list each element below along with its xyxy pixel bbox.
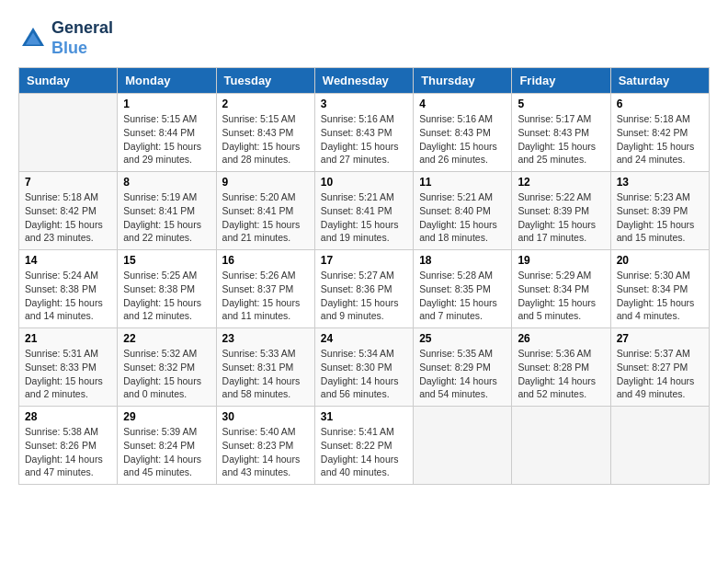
calendar-day-cell: 20Sunrise: 5:30 AMSunset: 8:34 PMDayligh… bbox=[610, 250, 709, 328]
day-of-week-header: Wednesday bbox=[314, 68, 413, 94]
calendar-day-cell: 16Sunrise: 5:26 AMSunset: 8:37 PMDayligh… bbox=[216, 250, 314, 328]
calendar-table: SundayMondayTuesdayWednesdayThursdayFrid… bbox=[18, 67, 710, 485]
calendar-day-cell: 23Sunrise: 5:33 AMSunset: 8:31 PMDayligh… bbox=[216, 328, 314, 407]
calendar-day-cell: 25Sunrise: 5:35 AMSunset: 8:29 PMDayligh… bbox=[414, 328, 512, 407]
day-info: Sunrise: 5:34 AMSunset: 8:30 PMDaylight:… bbox=[321, 347, 407, 401]
day-number: 15 bbox=[123, 254, 210, 267]
day-number: 25 bbox=[419, 332, 506, 345]
day-info: Sunrise: 5:28 AMSunset: 8:35 PMDaylight:… bbox=[419, 269, 506, 323]
calendar-day-cell bbox=[512, 407, 610, 485]
calendar-week-row: 21Sunrise: 5:31 AMSunset: 8:33 PMDayligh… bbox=[19, 328, 710, 407]
calendar-day-cell: 12Sunrise: 5:22 AMSunset: 8:39 PMDayligh… bbox=[512, 172, 610, 250]
day-info: Sunrise: 5:23 AMSunset: 8:39 PMDaylight:… bbox=[617, 190, 703, 245]
day-number: 14 bbox=[25, 254, 111, 267]
day-number: 1 bbox=[123, 98, 210, 110]
day-info: Sunrise: 5:21 AMSunset: 8:40 PMDaylight:… bbox=[419, 190, 506, 245]
day-of-week-header: Thursday bbox=[414, 68, 512, 94]
day-info: Sunrise: 5:32 AMSunset: 8:32 PMDaylight:… bbox=[123, 347, 210, 401]
day-info: Sunrise: 5:29 AMSunset: 8:34 PMDaylight:… bbox=[518, 269, 604, 323]
calendar-day-cell: 22Sunrise: 5:32 AMSunset: 8:32 PMDayligh… bbox=[118, 328, 216, 407]
logo-icon bbox=[18, 24, 48, 53]
day-info: Sunrise: 5:36 AMSunset: 8:28 PMDaylight:… bbox=[518, 347, 604, 401]
day-number: 11 bbox=[419, 176, 506, 189]
calendar-day-cell: 11Sunrise: 5:21 AMSunset: 8:40 PMDayligh… bbox=[414, 172, 512, 250]
calendar-week-row: 1Sunrise: 5:15 AMSunset: 8:44 PMDaylight… bbox=[19, 94, 710, 172]
calendar-day-cell: 2Sunrise: 5:15 AMSunset: 8:43 PMDaylight… bbox=[216, 94, 314, 172]
calendar-day-cell: 9Sunrise: 5:20 AMSunset: 8:41 PMDaylight… bbox=[216, 172, 314, 250]
day-info: Sunrise: 5:37 AMSunset: 8:27 PMDaylight:… bbox=[617, 347, 703, 401]
day-info: Sunrise: 5:16 AMSunset: 8:43 PMDaylight:… bbox=[419, 112, 506, 167]
day-info: Sunrise: 5:35 AMSunset: 8:29 PMDaylight:… bbox=[419, 347, 506, 401]
day-of-week-header: Monday bbox=[118, 68, 216, 94]
day-info: Sunrise: 5:19 AMSunset: 8:41 PMDaylight:… bbox=[123, 190, 210, 245]
calendar-day-cell bbox=[19, 94, 118, 172]
day-info: Sunrise: 5:15 AMSunset: 8:44 PMDaylight:… bbox=[123, 112, 210, 167]
calendar-day-cell: 21Sunrise: 5:31 AMSunset: 8:33 PMDayligh… bbox=[19, 328, 118, 407]
day-info: Sunrise: 5:24 AMSunset: 8:38 PMDaylight:… bbox=[25, 269, 111, 323]
calendar-day-cell bbox=[414, 407, 512, 485]
calendar-day-cell: 4Sunrise: 5:16 AMSunset: 8:43 PMDaylight… bbox=[414, 94, 512, 172]
calendar-day-cell: 29Sunrise: 5:39 AMSunset: 8:24 PMDayligh… bbox=[118, 407, 216, 485]
calendar-day-cell: 28Sunrise: 5:38 AMSunset: 8:26 PMDayligh… bbox=[19, 407, 118, 485]
calendar-day-cell: 6Sunrise: 5:18 AMSunset: 8:42 PMDaylight… bbox=[610, 94, 709, 172]
logo-text: General Blue bbox=[51, 18, 113, 58]
day-number: 6 bbox=[617, 98, 703, 110]
day-info: Sunrise: 5:40 AMSunset: 8:23 PMDaylight:… bbox=[222, 425, 309, 479]
calendar-header-row: SundayMondayTuesdayWednesdayThursdayFrid… bbox=[19, 68, 710, 94]
day-number: 3 bbox=[321, 98, 407, 110]
day-info: Sunrise: 5:27 AMSunset: 8:36 PMDaylight:… bbox=[321, 269, 407, 323]
day-number: 12 bbox=[518, 176, 604, 189]
day-info: Sunrise: 5:15 AMSunset: 8:43 PMDaylight:… bbox=[222, 112, 309, 167]
day-info: Sunrise: 5:25 AMSunset: 8:38 PMDaylight:… bbox=[123, 269, 210, 323]
day-info: Sunrise: 5:39 AMSunset: 8:24 PMDaylight:… bbox=[123, 425, 210, 479]
day-number: 31 bbox=[321, 410, 407, 423]
calendar-day-cell: 30Sunrise: 5:40 AMSunset: 8:23 PMDayligh… bbox=[216, 407, 314, 485]
day-info: Sunrise: 5:16 AMSunset: 8:43 PMDaylight:… bbox=[321, 112, 407, 167]
calendar-day-cell: 3Sunrise: 5:16 AMSunset: 8:43 PMDaylight… bbox=[314, 94, 413, 172]
day-number: 13 bbox=[617, 176, 703, 189]
day-of-week-header: Friday bbox=[512, 68, 610, 94]
calendar-day-cell bbox=[610, 407, 709, 485]
day-info: Sunrise: 5:18 AMSunset: 8:42 PMDaylight:… bbox=[25, 190, 111, 245]
day-info: Sunrise: 5:22 AMSunset: 8:39 PMDaylight:… bbox=[518, 190, 604, 245]
day-number: 7 bbox=[25, 176, 111, 189]
calendar-day-cell: 15Sunrise: 5:25 AMSunset: 8:38 PMDayligh… bbox=[118, 250, 216, 328]
day-info: Sunrise: 5:30 AMSunset: 8:34 PMDaylight:… bbox=[617, 269, 703, 323]
day-number: 2 bbox=[222, 98, 309, 110]
calendar-day-cell: 13Sunrise: 5:23 AMSunset: 8:39 PMDayligh… bbox=[610, 172, 709, 250]
calendar-day-cell: 18Sunrise: 5:28 AMSunset: 8:35 PMDayligh… bbox=[414, 250, 512, 328]
day-number: 29 bbox=[123, 410, 210, 423]
day-info: Sunrise: 5:17 AMSunset: 8:43 PMDaylight:… bbox=[518, 112, 604, 167]
day-info: Sunrise: 5:21 AMSunset: 8:41 PMDaylight:… bbox=[321, 190, 407, 245]
day-of-week-header: Sunday bbox=[19, 68, 118, 94]
calendar-header: SundayMondayTuesdayWednesdayThursdayFrid… bbox=[19, 68, 710, 94]
calendar-day-cell: 1Sunrise: 5:15 AMSunset: 8:44 PMDaylight… bbox=[118, 94, 216, 172]
day-number: 4 bbox=[419, 98, 506, 110]
day-number: 23 bbox=[222, 332, 309, 345]
calendar-day-cell: 26Sunrise: 5:36 AMSunset: 8:28 PMDayligh… bbox=[512, 328, 610, 407]
calendar-week-row: 28Sunrise: 5:38 AMSunset: 8:26 PMDayligh… bbox=[19, 407, 710, 485]
calendar-day-cell: 10Sunrise: 5:21 AMSunset: 8:41 PMDayligh… bbox=[314, 172, 413, 250]
day-number: 22 bbox=[123, 332, 210, 345]
day-number: 18 bbox=[419, 254, 506, 267]
calendar-day-cell: 7Sunrise: 5:18 AMSunset: 8:42 PMDaylight… bbox=[19, 172, 118, 250]
day-number: 28 bbox=[25, 410, 111, 423]
calendar-week-row: 7Sunrise: 5:18 AMSunset: 8:42 PMDaylight… bbox=[19, 172, 710, 250]
day-number: 26 bbox=[518, 332, 604, 345]
day-info: Sunrise: 5:20 AMSunset: 8:41 PMDaylight:… bbox=[222, 190, 309, 245]
day-number: 30 bbox=[222, 410, 309, 423]
day-info: Sunrise: 5:26 AMSunset: 8:37 PMDaylight:… bbox=[222, 269, 309, 323]
calendar-day-cell: 19Sunrise: 5:29 AMSunset: 8:34 PMDayligh… bbox=[512, 250, 610, 328]
calendar-day-cell: 5Sunrise: 5:17 AMSunset: 8:43 PMDaylight… bbox=[512, 94, 610, 172]
logo: General Blue bbox=[18, 18, 113, 58]
day-number: 5 bbox=[518, 98, 604, 110]
page-header: General Blue bbox=[18, 18, 710, 58]
day-info: Sunrise: 5:41 AMSunset: 8:22 PMDaylight:… bbox=[321, 425, 407, 479]
calendar-day-cell: 17Sunrise: 5:27 AMSunset: 8:36 PMDayligh… bbox=[314, 250, 413, 328]
day-number: 20 bbox=[617, 254, 703, 267]
calendar-week-row: 14Sunrise: 5:24 AMSunset: 8:38 PMDayligh… bbox=[19, 250, 710, 328]
day-of-week-header: Tuesday bbox=[216, 68, 314, 94]
day-info: Sunrise: 5:18 AMSunset: 8:42 PMDaylight:… bbox=[617, 112, 703, 167]
calendar-day-cell: 8Sunrise: 5:19 AMSunset: 8:41 PMDaylight… bbox=[118, 172, 216, 250]
calendar-day-cell: 24Sunrise: 5:34 AMSunset: 8:30 PMDayligh… bbox=[314, 328, 413, 407]
